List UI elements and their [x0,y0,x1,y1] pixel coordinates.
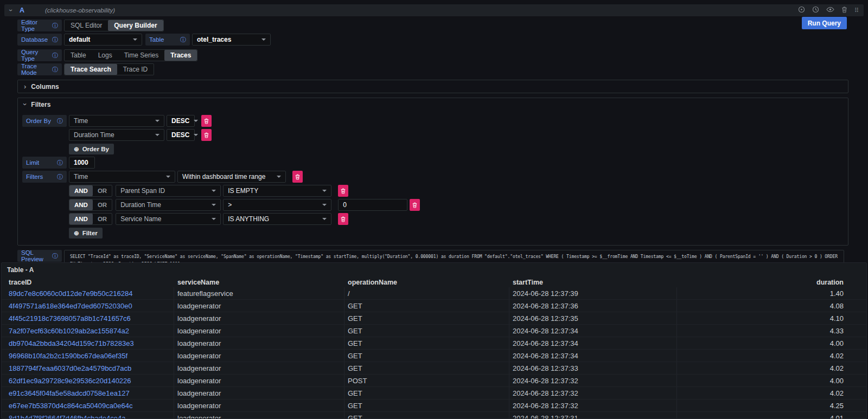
remove-filter-button[interactable] [338,213,348,225]
filter-operator-select[interactable]: IS EMPTY [223,185,331,197]
table-cell: loadgenerator [174,312,344,324]
column-header-operationname[interactable]: operationName [344,279,509,286]
filter-field-select[interactable]: Service Name [116,213,221,225]
table-cell: 2024-06-28 12:37:34 [509,325,677,337]
column-header-duration[interactable]: duration [677,279,848,286]
query-history-icon[interactable] [812,6,819,15]
trace-id-link[interactable]: db9704a2bbda34204d159c71b78283e3 [2,337,174,349]
table-cell: 4.02 [677,350,848,362]
filter-field-select[interactable]: Duration Time [116,199,221,211]
chevron-down-icon [155,134,159,136]
datasource-name: (clickhouse-observability) [45,7,115,14]
tab-time-series[interactable]: Time Series [118,50,165,61]
remove-query-trash-icon[interactable] [841,7,847,15]
tab-trace-search[interactable]: Trace Search [65,64,117,75]
table-select[interactable]: otel_traces [192,34,271,46]
trace-id-link[interactable]: 4f45c21918c73698057a8b1c741657c6 [2,312,174,324]
filter-field-select[interactable]: Time [69,171,175,183]
column-header-servicename[interactable]: serviceName [174,279,344,286]
columns-section-header[interactable]: › Columns [18,80,848,93]
trace-id-link[interactable]: e91c3645f04fa5e58adcd0758e1ea127 [2,387,174,399]
trace-id-link[interactable]: 89dc7e8c6060c0d12de7e9b50c216284 [2,287,174,299]
column-header-traceid[interactable]: traceID [2,279,174,286]
table-label: Table ⓘ [145,34,190,46]
tab-query-builder[interactable]: Query Builder [108,20,163,31]
table-row: 4f45c21918c73698057a8b1c741657c6loadgene… [2,312,866,325]
collapse-query-icon[interactable]: › [7,9,15,11]
tab-sql-editor[interactable]: SQL Editor [65,20,108,31]
or-option[interactable]: OR [93,185,112,196]
and-option[interactable]: AND [69,199,93,210]
info-icon: ⓘ [57,173,63,181]
filter-value-input[interactable]: 0 [338,199,407,211]
filters-section-header[interactable]: › Filters [18,98,848,111]
table-cell: 4.00 [677,337,848,349]
tab-traces[interactable]: Traces [164,50,197,61]
drag-handle-icon[interactable]: ⠿ [854,7,858,14]
table-cell: 2024-06-28 12:37:39 [509,287,677,299]
chevron-down-icon [277,176,281,178]
chevron-down-icon [322,190,327,192]
add-order-by-button[interactable]: ⊕ Order By [69,144,114,154]
info-icon: ⓘ [52,22,58,30]
refresh-query-icon[interactable] [798,6,805,15]
order-by-field-select[interactable]: Time [69,115,164,127]
order-by-direction-select[interactable]: DESC [167,129,195,141]
filter-field-select[interactable]: Parent Span ID [116,185,221,197]
trace-id-link[interactable]: e67ee7b53870d4c864ca50409ca0e64c [2,399,174,411]
add-filter-button[interactable]: ⊕ Filter [69,228,103,238]
remove-filter-button[interactable] [338,185,348,197]
table-cell: 4.02 [677,362,848,374]
filter-operator-select[interactable]: > [223,199,331,211]
filters-label: Filters ⓘ [22,171,67,183]
trace-id-link[interactable]: 8d1b4d7f8f2664f7d46fb4cbade4ce4a [2,412,174,419]
filter-operator-select[interactable]: Within dashboard time range [177,171,286,183]
table-cell: / [344,287,509,299]
tab-trace-id[interactable]: Trace ID [117,64,154,75]
table-cell: GET [344,300,509,312]
and-option[interactable]: AND [69,214,93,224]
table-cell: loadgenerator [174,387,344,399]
hide-query-eye-icon[interactable] [826,7,834,14]
table-cell: loadgenerator [174,362,344,374]
query-type-group: Table Logs Time Series Traces [64,49,197,61]
column-header-starttime[interactable]: startTime [509,279,677,286]
trace-id-link[interactable]: 96968b10fa2b2c1590bc67dea06ef35f [2,350,174,362]
remove-filter-button[interactable] [292,171,303,183]
trace-id-link[interactable]: 1887794f7eaa6037d0e2a4579bcd7acb [2,362,174,374]
chevron-down-icon [212,218,216,220]
query-editor: › A (clickhouse-observability) ⠿ Run Que… [4,4,864,294]
table-cell: 4.01 [677,412,848,419]
chevron-down-icon [194,134,198,136]
trace-id-link[interactable]: 4f497571a618e364ed7ded60752030e0 [2,300,174,312]
remove-order-by-button[interactable] [201,115,212,127]
chevron-down-icon: › [21,103,29,105]
remove-filter-button[interactable] [410,199,420,211]
filter-operator-select[interactable]: IS ANYTHING [223,213,331,225]
table-cell: loadgenerator [174,337,344,349]
chevron-down-icon [194,120,198,122]
order-by-direction-select[interactable]: DESC [167,115,195,127]
table-cell: 2024-06-28 12:37:31 [509,412,677,419]
info-icon: ⓘ [52,66,58,74]
trace-id-link[interactable]: 62df1ec9a29728c9e29536c20d140226 [2,375,174,386]
tab-logs[interactable]: Logs [92,50,118,61]
editor-type-group: SQL Editor Query Builder [64,20,164,31]
table-cell: 4.33 [677,325,848,337]
trace-id-link[interactable]: 7a2f07ecf63c60b1029ab2ac155874a2 [2,325,174,337]
table-row: 1887794f7eaa6037d0e2a4579bcd7acbloadgene… [2,362,866,375]
and-option[interactable]: AND [69,185,93,196]
table-row: 4f497571a618e364ed7ded60752030e0loadgene… [2,300,866,312]
table-panel: Table - A traceID serviceName operationN… [1,262,867,419]
remove-order-by-button[interactable] [201,129,212,141]
or-option[interactable]: OR [93,214,112,224]
editor-type-label: Editor Type ⓘ [17,20,62,31]
circle-plus-icon: ⊕ [74,229,79,237]
tab-table[interactable]: Table [65,50,92,61]
panel-title[interactable]: Table - A [2,263,866,277]
order-by-field-select[interactable]: Duration Time [69,129,164,141]
limit-input[interactable]: 1000 [69,157,95,169]
database-select[interactable]: default [64,34,142,46]
or-option[interactable]: OR [93,199,112,210]
table-cell: 4.10 [677,312,848,324]
